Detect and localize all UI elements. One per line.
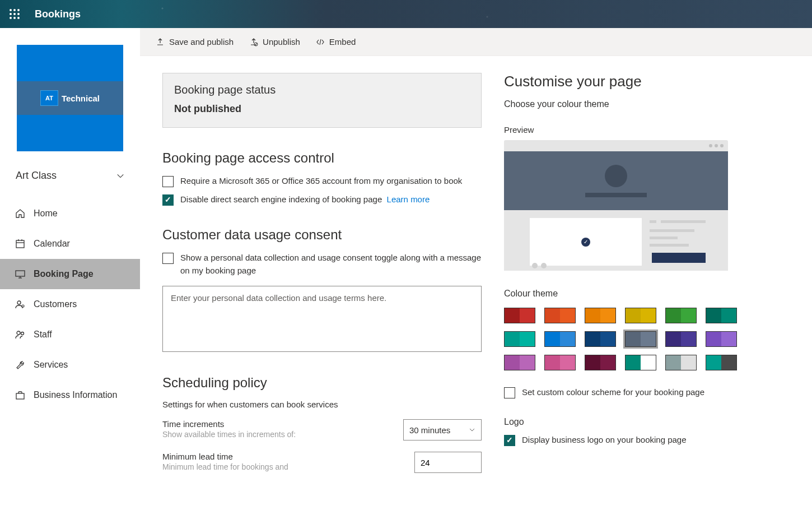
colour-swatch[interactable] (585, 308, 616, 323)
consent-textarea[interactable] (162, 286, 482, 352)
sidebar-nav: Home Calendar Booking Page Customers Sta… (0, 198, 140, 410)
time-increments-dropdown[interactable]: 30 minutes (403, 419, 482, 440)
nav-label: Calendar (34, 239, 70, 249)
svg-point-8 (22, 305, 24, 307)
svg-rect-4 (16, 271, 25, 276)
nav-label: Booking Page (34, 269, 94, 279)
nav-label: Business Information (34, 390, 117, 400)
require-account-checkbox[interactable] (162, 176, 174, 187)
scheduling-sub: Settings for when customers can book ser… (162, 400, 482, 409)
preview-label: Preview (504, 125, 795, 135)
colour-swatch[interactable] (706, 355, 737, 370)
status-title: Booking page status (174, 84, 470, 96)
display-logo-label: Display business logo on your booking pa… (522, 434, 687, 447)
embed-button[interactable]: Embed (316, 37, 356, 47)
chevron-down-icon (116, 172, 124, 180)
wrench-icon (15, 359, 26, 370)
code-icon (316, 38, 325, 47)
toolbar-label: Embed (329, 37, 356, 47)
sidebar: AT Technical Art Class Home Calendar Boo… (0, 28, 140, 524)
show-consent-label: Show a personal data collection and usag… (180, 252, 482, 277)
colour-swatch[interactable] (665, 308, 697, 323)
colour-swatch[interactable] (544, 331, 576, 347)
learn-more-link[interactable]: Learn more (387, 194, 430, 204)
scheduling-heading: Scheduling policy (162, 375, 482, 391)
nav-calendar[interactable]: Calendar (0, 229, 140, 259)
custom-scheme-checkbox[interactable] (504, 387, 515, 398)
theme-preview: ✓ (504, 140, 728, 271)
customers-icon (15, 299, 26, 310)
status-value: Not published (174, 103, 470, 115)
access-heading: Booking page access control (162, 150, 482, 166)
svg-point-10 (21, 332, 24, 335)
colour-swatch[interactable] (625, 331, 656, 347)
app-launcher-icon[interactable] (6, 5, 24, 23)
nav-customers[interactable]: Customers (0, 289, 140, 319)
org-selector[interactable]: Art Class (0, 165, 140, 188)
monitor-icon (15, 268, 26, 280)
nav-label: Services (34, 360, 68, 370)
swatch-grid (504, 308, 795, 370)
chevron-down-icon (469, 426, 475, 433)
toolbar-label: Unpublish (263, 37, 300, 47)
calendar-icon (15, 238, 26, 249)
briefcase-icon (15, 389, 26, 401)
require-account-label: Require a Microsoft 365 or Office 365 ac… (180, 175, 462, 188)
nav-home[interactable]: Home (0, 198, 140, 229)
colour-swatch[interactable] (585, 331, 616, 347)
logo-section-label: Logo (504, 417, 795, 427)
top-banner: Bookings (0, 0, 812, 28)
time-increments-sub: Show available times in increments of: (162, 430, 296, 439)
nav-label: Customers (34, 299, 77, 309)
nav-label: Staff (34, 330, 52, 340)
colour-swatch[interactable] (665, 331, 697, 347)
customize-sub: Choose your colour theme (504, 99, 795, 109)
nav-staff[interactable]: Staff (0, 319, 140, 350)
logo-text: Technical (62, 94, 100, 103)
logo-badge: AT (40, 90, 58, 106)
colour-swatch[interactable] (625, 355, 656, 370)
lead-time-label: Minimum lead time (162, 452, 288, 461)
svg-rect-11 (16, 393, 24, 399)
disable-indexing-label: Disable direct search engine indexing of… (180, 193, 430, 206)
nav-label: Home (34, 208, 58, 219)
colour-swatch[interactable] (504, 331, 535, 347)
display-logo-checkbox[interactable] (504, 435, 515, 446)
save-publish-button[interactable]: Save and publish (156, 37, 234, 47)
time-increments-label: Time increments (162, 419, 296, 429)
lead-time-input[interactable] (414, 452, 482, 473)
toolbar-label: Save and publish (169, 37, 234, 47)
svg-point-7 (17, 301, 21, 304)
svg-point-9 (17, 331, 20, 335)
unpublish-button[interactable]: Unpublish (249, 37, 300, 47)
colour-swatch[interactable] (544, 308, 576, 323)
colour-theme-label: Colour theme (504, 289, 795, 299)
show-consent-checkbox[interactable] (162, 253, 174, 264)
colour-swatch[interactable] (504, 308, 535, 323)
colour-swatch[interactable] (585, 355, 616, 370)
custom-scheme-label: Set custom colour scheme for your bookin… (522, 386, 704, 399)
nav-business-info[interactable]: Business Information (0, 380, 140, 410)
org-name: Art Class (16, 170, 57, 182)
customize-heading: Customise your page (504, 73, 795, 90)
staff-icon (15, 329, 26, 340)
content-area: Save and publish Unpublish Embed Booking… (140, 28, 812, 524)
business-logo: AT Technical (17, 45, 123, 151)
upload-icon (156, 38, 165, 47)
nav-booking-page[interactable]: Booking Page (0, 259, 140, 289)
nav-services[interactable]: Services (0, 350, 140, 380)
dropdown-value: 30 minutes (409, 425, 450, 435)
colour-swatch[interactable] (706, 331, 737, 347)
colour-swatch[interactable] (625, 308, 656, 323)
colour-swatch[interactable] (706, 308, 737, 323)
colour-swatch[interactable] (665, 355, 697, 370)
colour-swatch[interactable] (544, 355, 576, 370)
svg-rect-0 (16, 240, 24, 248)
toolbar: Save and publish Unpublish Embed (140, 28, 812, 56)
home-icon (15, 208, 26, 219)
colour-swatch[interactable] (504, 355, 535, 370)
disable-indexing-checkbox[interactable] (162, 194, 174, 206)
app-title: Bookings (35, 8, 81, 20)
lead-time-sub: Minimum lead time for bookings and (162, 462, 288, 471)
consent-heading: Customer data usage consent (162, 227, 482, 243)
